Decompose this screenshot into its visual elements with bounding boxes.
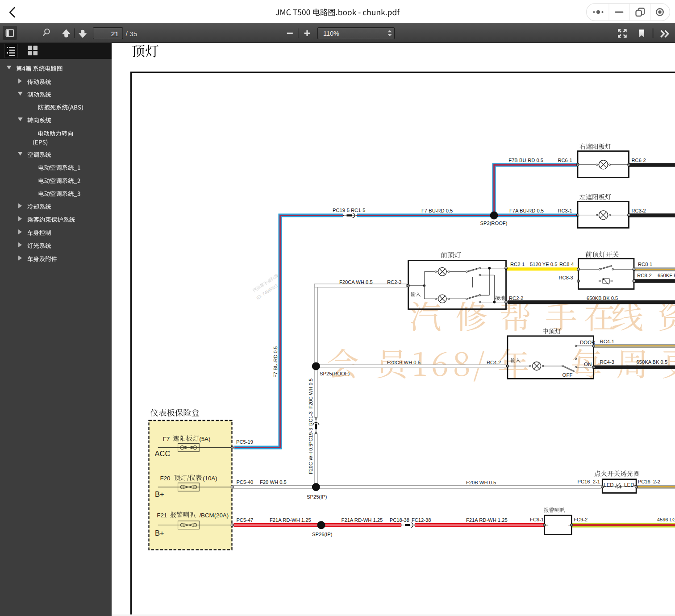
svg-text:RC8-2: RC8-2 (637, 273, 651, 278)
svg-text:DOOR: DOOR (580, 340, 596, 345)
svg-text:-: - (568, 522, 570, 528)
svg-text:F7: F7 (163, 436, 170, 442)
svg-text:F20C WH 0.5: F20C WH 0.5 (308, 379, 313, 409)
svg-text:LED-: LED- (624, 482, 636, 487)
svg-text:F7 BU-RD 0.5: F7 BU-RD 0.5 (273, 346, 278, 378)
svg-text:PC5-19: PC5-19 (236, 439, 253, 445)
svg-text:4596 LG: 4596 LG (657, 517, 675, 522)
svg-text:RC8-4: RC8-4 (559, 262, 574, 267)
svg-text:OFF: OFF (562, 372, 573, 378)
svg-text:21: 21 (111, 30, 119, 37)
svg-text:F7B BU-RD 0.5: F7B BU-RD 0.5 (508, 158, 543, 163)
svg-text:RC3-2: RC3-2 (632, 208, 646, 213)
svg-text:F20B WH 0.5: F20B WH 0.5 (466, 480, 496, 485)
svg-text:F20C WH 0.5: F20C WH 0.5 (308, 444, 313, 474)
svg-text:FC9-1: FC9-1 (530, 517, 544, 522)
svg-text:RC1-3: RC1-3 (308, 412, 313, 426)
svg-text:B+: B+ (155, 490, 164, 498)
svg-text:(10A): (10A) (203, 475, 217, 482)
svg-text:SP25(IP): SP25(IP) (307, 494, 327, 499)
svg-text:ACC: ACC (155, 450, 171, 458)
svg-text:650KF B: 650KF B (658, 273, 675, 278)
svg-text:RC4-3: RC4-3 (600, 359, 614, 365)
svg-text:F21: F21 (157, 512, 167, 519)
svg-text:F7 BU-RD 0.5: F7 BU-RD 0.5 (421, 208, 453, 213)
svg-text:(5A): (5A) (199, 436, 210, 442)
svg-text:PC16_2-1: PC16_2-1 (578, 479, 600, 484)
svg-text:F20CA WH 0.5: F20CA WH 0.5 (339, 279, 373, 285)
svg-text:ON: ON (584, 362, 592, 367)
svg-text:SP2(ROOF): SP2(ROOF) (480, 221, 508, 226)
svg-text:PC19-5 RC1-5: PC19-5 RC1-5 (333, 208, 365, 213)
svg-text:RC6-1: RC6-1 (558, 158, 572, 163)
svg-text:LED +: LED + (604, 482, 618, 487)
svg-text:F21A RD-WH 1.25: F21A RD-WH 1.25 (342, 517, 383, 523)
svg-text:RC3-1: RC3-1 (558, 208, 572, 213)
svg-text:F20 WH 0.5: F20 WH 0.5 (260, 479, 287, 485)
svg-text:PC18-38: PC18-38 (390, 517, 409, 523)
svg-text:RC8-1: RC8-1 (638, 262, 652, 267)
svg-text:PC19-3: PC19-3 (308, 428, 313, 445)
svg-text:F21A RD-WH 1.25: F21A RD-WH 1.25 (270, 517, 311, 523)
svg-text:/BCM(20A): /BCM(20A) (199, 512, 229, 519)
svg-text:RC2-1: RC2-1 (510, 262, 525, 267)
svg-text:FC9-2: FC9-2 (574, 517, 588, 522)
svg-text:F20: F20 (160, 475, 171, 482)
svg-text:PC5-40: PC5-40 (236, 479, 253, 485)
svg-text:PC5-47: PC5-47 (236, 517, 253, 523)
svg-text:RC6-2: RC6-2 (632, 158, 646, 163)
svg-text:650KB BK 0.5: 650KB BK 0.5 (587, 296, 618, 301)
svg-text:FC12-38: FC12-38 (412, 517, 431, 523)
svg-text:5120 YE 0.5: 5120 YE 0.5 (530, 262, 557, 267)
svg-text:F21A RD-WH 1.25: F21A RD-WH 1.25 (466, 517, 508, 523)
svg-text:RC4-2: RC4-2 (487, 360, 501, 365)
svg-text:110%: 110% (323, 30, 339, 37)
svg-text:F7A BU-RD 0.5: F7A BU-RD 0.5 (509, 208, 544, 213)
svg-text:RC4-1: RC4-1 (600, 339, 614, 344)
svg-text:F20CB WH 0.5: F20CB WH 0.5 (387, 360, 421, 365)
svg-text:RC2-2: RC2-2 (509, 296, 523, 301)
svg-text:+: + (546, 522, 548, 528)
svg-text:SP25(ROOF): SP25(ROOF) (320, 371, 350, 376)
svg-text:SP26(IP): SP26(IP) (312, 532, 333, 537)
svg-text:RC2-3: RC2-3 (387, 279, 401, 285)
svg-text:PC16_2-2: PC16_2-2 (638, 479, 660, 484)
svg-text:RC8-3: RC8-3 (559, 275, 573, 280)
svg-text:650KA BK 0.5: 650KA BK 0.5 (637, 359, 668, 365)
svg-text:/ 35: / 35 (126, 30, 138, 37)
svg-text:B+: B+ (155, 529, 164, 537)
